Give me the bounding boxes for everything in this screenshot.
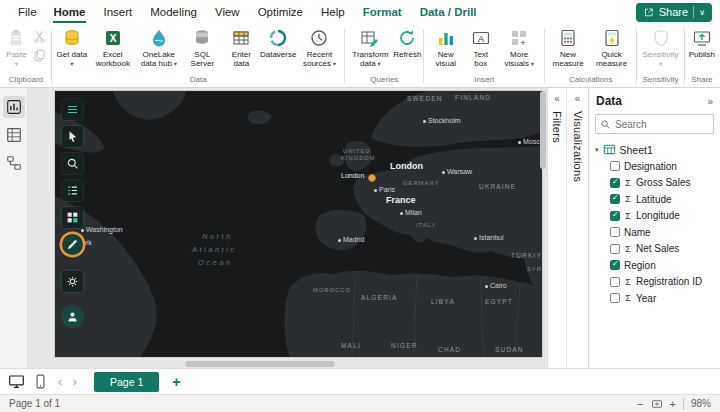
field-row-latitude[interactable]: ΣLatitude [589, 191, 720, 208]
expand-visualizations-icon[interactable]: « [575, 94, 581, 104]
vertical-scrollbar[interactable] [540, 91, 546, 356]
report-canvas[interactable]: SWEDENFINLANDStockholmMoscowUNITEDKINGDO… [28, 88, 547, 368]
ribbon-paste-button[interactable]: Paste ▾ [3, 27, 30, 69]
ribbon-refresh-button[interactable]: Refresh [393, 27, 421, 60]
filters-panel-title[interactable]: Filters [551, 111, 563, 143]
menu-tab-view[interactable]: View [206, 0, 249, 24]
chevron-down-icon[interactable]: ∨ [699, 8, 705, 17]
excel-icon: X [103, 28, 123, 48]
desktop-layout-icon[interactable] [8, 373, 25, 390]
fit-to-page-icon[interactable] [651, 398, 663, 410]
field-checkbox[interactable] [610, 293, 620, 303]
map-label-mali: MALI [341, 342, 361, 349]
chevron-down-icon[interactable]: ▾ [595, 146, 599, 154]
ribbon-sensitivity-button[interactable]: Sensitivity ▾ [639, 27, 682, 69]
field-row-longitude[interactable]: ΣLongitude [589, 208, 720, 225]
field-checkbox[interactable] [610, 227, 620, 237]
add-page-button[interactable]: + [166, 374, 186, 390]
field-row-net-sales[interactable]: ΣNet Sales [589, 241, 720, 258]
ribbon-recent-sources-button[interactable]: Recent sources ▾ [296, 27, 342, 69]
ribbon-divider [51, 29, 52, 83]
field-row-year[interactable]: ΣYear [589, 290, 720, 307]
report-view-button[interactable] [3, 96, 25, 118]
menu-tab-data-drill[interactable]: Data / Drill [411, 0, 486, 24]
menu-tab-insert[interactable]: Insert [94, 0, 141, 24]
ribbon-excel-workbook-button[interactable]: XExcel workbook [90, 27, 136, 69]
field-checkbox[interactable] [610, 211, 620, 221]
field-row-gross-sales[interactable]: ΣGross Sales [589, 175, 720, 192]
map-gear-button[interactable] [62, 271, 83, 292]
ribbon-copy-button[interactable] [31, 48, 48, 63]
search-box[interactable] [595, 114, 714, 134]
map-pencil-button[interactable] [62, 234, 83, 255]
table-view-button[interactable] [3, 124, 25, 146]
ribbon-new-measure-button[interactable]: New measure [547, 27, 589, 69]
map-menu-button[interactable] [62, 99, 83, 120]
menu-tab-optimize[interactable]: Optimize [249, 0, 312, 24]
field-checkbox[interactable] [610, 194, 620, 204]
ribbon-publish-button[interactable]: Publish [687, 27, 717, 60]
ribbon-cut-button[interactable] [31, 29, 48, 44]
menu-tab-help[interactable]: Help [312, 0, 354, 24]
map-person-button[interactable] [62, 306, 83, 327]
map-cursor-button[interactable] [62, 126, 83, 147]
share-label: Share [659, 6, 688, 18]
field-checkbox[interactable] [610, 277, 620, 287]
vertical-scrollbar-thumb[interactable] [540, 91, 546, 169]
field-checkbox[interactable] [610, 244, 620, 254]
ribbon-more-visuals-button[interactable]: +More visuals ▾ [496, 27, 542, 69]
ribbon-transform-data-button[interactable]: Transform data ▾ [347, 27, 393, 69]
visualizations-panel-title[interactable]: Visualizations [572, 111, 584, 182]
ribbon-onelake-data-hub-button[interactable]: OneLake data hub ▾ [136, 27, 182, 69]
ribbon-button-label: Text box [467, 50, 494, 68]
collapse-data-panel-icon[interactable]: » [707, 96, 713, 107]
field-checkbox[interactable] [610, 161, 620, 171]
city-dot [423, 120, 426, 123]
horizontal-scrollbar-thumb[interactable] [185, 361, 335, 367]
next-page-icon[interactable]: › [71, 375, 79, 389]
city-dot [374, 189, 377, 192]
field-checkbox[interactable] [610, 178, 620, 188]
mobile-layout-icon[interactable] [32, 373, 49, 390]
ribbon-sql-server-button[interactable]: SQL Server [182, 27, 223, 69]
field-row-designation[interactable]: Designation [589, 158, 720, 175]
search-input[interactable] [615, 119, 709, 130]
field-row-registration-id[interactable]: ΣRegistration ID [589, 274, 720, 291]
menu-tab-home[interactable]: Home [45, 0, 95, 24]
previous-page-icon[interactable]: ‹ [56, 375, 64, 389]
ribbon-new-visual-button[interactable]: New visual [426, 27, 465, 69]
ribbon-text-box-button[interactable]: AText box [465, 27, 496, 69]
menu-file[interactable]: File [10, 6, 45, 18]
ribbon-group-label: Data [53, 74, 344, 87]
share-button[interactable]: Share ∨ [636, 3, 712, 22]
map-data-point[interactable] [368, 174, 376, 182]
sigma-icon: Σ [624, 293, 632, 303]
map-basemap-button[interactable] [62, 207, 83, 228]
field-row-name[interactable]: Name [589, 224, 720, 241]
menu-tab-format[interactable]: Format [354, 0, 411, 24]
map-label-paris: Paris [374, 186, 395, 193]
expand-filters-icon[interactable]: « [554, 94, 560, 104]
menu-tab-modeling[interactable]: Modeling [141, 0, 206, 24]
zoom-in-icon[interactable]: + [670, 398, 676, 410]
table-name[interactable]: Sheet1 [620, 144, 653, 156]
zoom-out-icon[interactable]: − [637, 398, 643, 410]
horizontal-scrollbar[interactable] [55, 361, 535, 367]
page-tab[interactable]: Page 1 [94, 372, 159, 392]
table-node-sheet1[interactable]: ▾ Sheet1 [589, 141, 720, 158]
map-layer-list-button[interactable] [62, 180, 83, 201]
more-visuals-icon: + [509, 28, 529, 48]
model-view-button[interactable] [3, 152, 25, 174]
map-search-button[interactable] [62, 153, 83, 174]
field-checkbox[interactable] [610, 260, 620, 270]
field-label: Name [624, 227, 651, 238]
field-row-region[interactable]: Region [589, 257, 720, 274]
chevron-down-icon: ▾ [15, 60, 18, 67]
table-icon [603, 143, 616, 156]
ribbon-quick-measure-button[interactable]: Quick measure [589, 27, 634, 69]
ribbon-get-data-button[interactable]: Get data ▾ [54, 27, 90, 69]
map-visual[interactable]: SWEDENFINLANDStockholmMoscowUNITEDKINGDO… [55, 91, 542, 357]
ribbon-enter-data-button[interactable]: Enter data [223, 27, 260, 69]
ribbon-dataverse-button[interactable]: Dataverse [260, 27, 297, 60]
city-dot [518, 141, 521, 144]
